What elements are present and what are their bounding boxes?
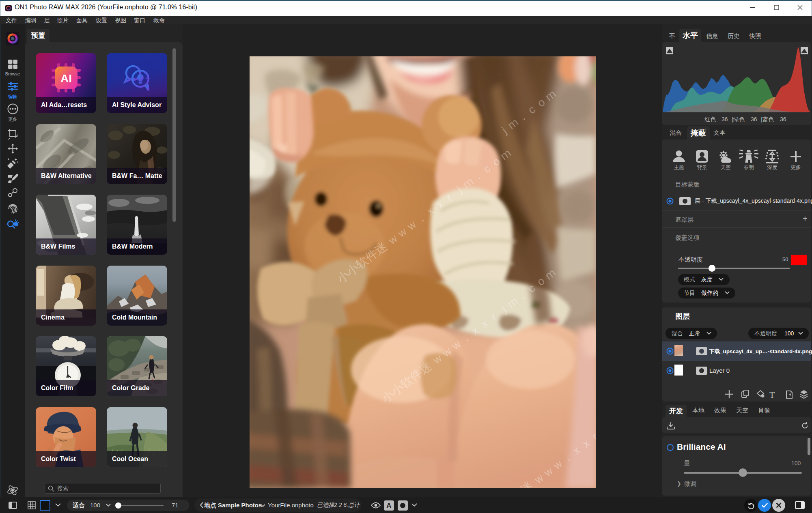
svg-text:AI: AI (60, 72, 72, 85)
svg-text:更多: 更多 (791, 165, 801, 170)
svg-text:|绿色: |绿色 (732, 116, 745, 122)
svg-text:36: 36 (722, 116, 728, 122)
svg-text:深度: 深度 (767, 165, 778, 170)
svg-text:红色: 红色 (704, 116, 716, 122)
svg-text:|蓝色: |蓝色 (761, 116, 774, 122)
svg-text:天空: 天空 (721, 165, 731, 170)
svg-text:眷明: 眷明 (744, 165, 754, 170)
svg-text:主题: 主题 (674, 165, 684, 170)
svg-text:T: T (769, 390, 775, 400)
svg-text:36: 36 (780, 116, 786, 122)
svg-text:背景: 背景 (697, 165, 707, 170)
svg-text:36: 36 (751, 116, 757, 122)
